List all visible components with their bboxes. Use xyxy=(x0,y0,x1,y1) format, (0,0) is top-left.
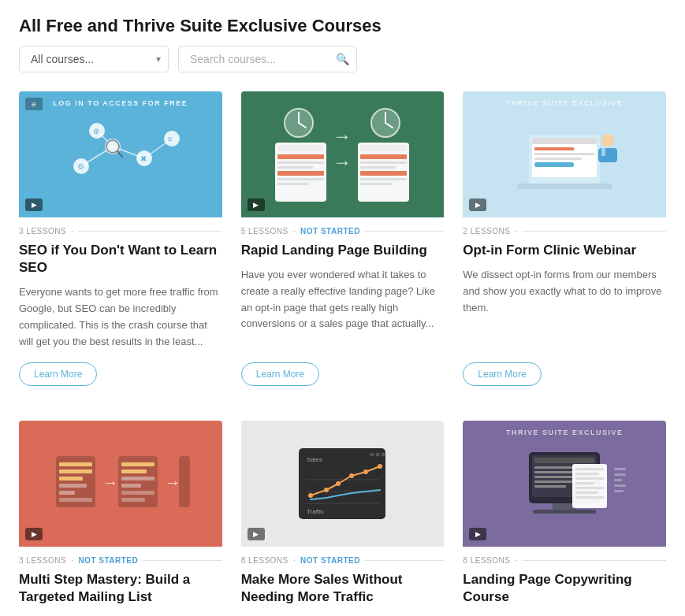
svg-rect-60 xyxy=(121,462,154,466)
svg-rect-67 xyxy=(179,456,190,507)
svg-rect-85 xyxy=(534,458,594,463)
meta-divider-multistep xyxy=(143,560,222,561)
svg-rect-30 xyxy=(277,183,309,185)
svg-rect-42 xyxy=(534,147,574,150)
thumbnail-landing: → → ▶ xyxy=(241,91,445,217)
svg-text:→: → xyxy=(102,473,118,491)
video-icon-sales: ▶ xyxy=(248,528,265,540)
top-bar: All Free and Thrive Suite Exclusive Cour… xyxy=(19,16,666,72)
svg-text:→: → xyxy=(165,473,181,491)
courses-filter-select[interactable]: All courses...FreeThrive Suite Exclusive xyxy=(19,46,169,72)
svg-rect-98 xyxy=(575,487,604,489)
svg-rect-94 xyxy=(575,468,604,470)
meta-dot-multistep: · xyxy=(71,556,73,565)
course-card-copywriting: THRIVE SUITE EXCLUSIVE xyxy=(463,421,666,616)
learn-more-button-seo[interactable]: Learn More xyxy=(19,362,97,386)
svg-line-8 xyxy=(97,131,113,147)
card-meta-multistep: 3 LESSONS · NOT STARTED xyxy=(19,556,222,565)
svg-rect-102 xyxy=(614,473,626,476)
badge-copywriting: THRIVE SUITE EXCLUSIVE xyxy=(463,429,666,436)
lessons-count-seo: 3 LESSONS xyxy=(19,227,66,236)
card-body-copywriting: 8 LESSONS · Landing Page Copywriting Cou… xyxy=(463,547,666,616)
svg-rect-62 xyxy=(121,477,154,481)
card-meta-seo: 3 LESSONS · xyxy=(19,227,222,236)
thumbnail-illustration-multistep: → → xyxy=(42,429,199,539)
svg-point-80 xyxy=(349,473,354,478)
meta-dot-seo: · xyxy=(71,227,73,236)
top-controls: All courses...FreeThrive Suite Exclusive… xyxy=(19,46,357,72)
svg-rect-96 xyxy=(575,477,604,480)
card-body-multistep: 3 LESSONS · NOT STARTED Multi Step Maste… xyxy=(19,547,222,616)
lessons-count-sales: 8 LESSONS xyxy=(241,556,289,565)
svg-rect-46 xyxy=(517,184,612,189)
card-desc-seo: Everyone wants to get more free traffic … xyxy=(19,284,222,350)
svg-rect-65 xyxy=(121,498,145,502)
meta-status-landing: NOT STARTED xyxy=(300,227,360,236)
lessons-count-optin: 2 LESSONS xyxy=(463,227,510,236)
svg-rect-41 xyxy=(532,138,597,144)
video-icon-landing: ▶ xyxy=(248,199,265,211)
svg-text:Traffic: Traffic xyxy=(307,508,324,515)
video-icon-optin: ▶ xyxy=(469,199,486,211)
learn-more-button-landing[interactable]: Learn More xyxy=(241,362,319,386)
meta-dot-landing: · xyxy=(293,227,296,236)
search-wrapper[interactable]: 🔍 xyxy=(178,46,357,72)
meta-divider-optin xyxy=(523,231,666,232)
thumbnail-illustration-seo: ⚙ ✖ ⊕ ≡ xyxy=(58,111,184,198)
card-title-landing: Rapid Landing Page Building xyxy=(241,242,445,259)
thumbnail-illustration-landing: → → xyxy=(263,99,421,210)
svg-text:≡: ≡ xyxy=(168,135,173,143)
card-meta-optin: 2 LESSONS · xyxy=(463,227,666,236)
svg-rect-53 xyxy=(59,469,92,473)
lessons-count-landing: 5 LESSONS xyxy=(241,227,289,236)
svg-rect-105 xyxy=(614,490,624,492)
svg-rect-63 xyxy=(121,484,141,488)
badge-seo: LOG IN TO ACCESS FOR FREE xyxy=(19,99,222,107)
svg-point-77 xyxy=(308,493,313,498)
card-meta-sales: 8 LESSONS · NOT STARTED xyxy=(241,556,445,565)
svg-rect-28 xyxy=(277,171,324,176)
video-icon-seo: ▶ xyxy=(25,199,43,211)
video-icon-multistep: ▶ xyxy=(25,528,43,540)
svg-rect-29 xyxy=(277,178,324,180)
card-body-sales: 8 LESSONS · NOT STARTED Make More Sales … xyxy=(241,547,445,616)
filter-select-wrapper[interactable]: All courses...FreeThrive Suite Exclusive xyxy=(19,46,169,72)
course-card-optin: THRIVE SUITE EXCLUSIVE ▶ 2 LE xyxy=(463,91,666,399)
svg-rect-36 xyxy=(360,171,407,176)
svg-text:→: → xyxy=(333,125,352,147)
thumbnail-illustration-optin xyxy=(486,99,643,210)
svg-rect-61 xyxy=(121,469,147,473)
card-title-multistep: Multi Step Mastery: Build a Targeted Mai… xyxy=(19,571,222,606)
thumbnail-illustration-copywriting xyxy=(486,429,643,539)
meta-divider-seo xyxy=(78,231,222,232)
learn-more-button-optin[interactable]: Learn More xyxy=(463,362,541,386)
svg-rect-33 xyxy=(360,154,407,159)
course-card-sales: Sales Traffic ▶ 8 L xyxy=(241,421,445,616)
meta-status-multistep: NOT STARTED xyxy=(78,556,138,565)
svg-rect-50 xyxy=(601,148,605,156)
thumbnail-seo: LOG IN TO ACCESS FOR FREE ⚙ ✖ ⊕ ≡ xyxy=(19,91,222,217)
card-meta-landing: 5 LESSONS · NOT STARTED xyxy=(241,227,445,236)
card-title-sales: Make More Sales Without Needing More Tra… xyxy=(241,571,445,606)
courses-grid: LOG IN TO ACCESS FOR FREE ⚙ ✖ ⊕ ≡ xyxy=(19,91,666,616)
svg-rect-38 xyxy=(360,183,392,185)
search-input[interactable] xyxy=(178,46,357,72)
meta-dot-sales: · xyxy=(293,556,296,565)
svg-rect-88 xyxy=(534,476,574,478)
meta-dot-copywriting: · xyxy=(515,556,517,565)
card-body-seo: 3 LESSONS · SEO if You Don't Want to Lea… xyxy=(19,217,222,399)
card-body-landing: 5 LESSONS · NOT STARTED Rapid Landing Pa… xyxy=(241,217,445,399)
svg-point-79 xyxy=(336,481,341,486)
svg-rect-56 xyxy=(59,491,75,495)
svg-rect-26 xyxy=(277,161,324,164)
thumbnail-copywriting: THRIVE SUITE EXCLUSIVE xyxy=(463,421,666,547)
svg-rect-34 xyxy=(360,161,407,164)
card-meta-copywriting: 8 LESSONS · xyxy=(463,556,666,565)
course-card-seo: LOG IN TO ACCESS FOR FREE ⚙ ✖ ⊕ ≡ xyxy=(19,91,222,399)
meta-divider-sales xyxy=(365,560,444,561)
svg-rect-95 xyxy=(575,473,599,475)
svg-rect-45 xyxy=(534,162,574,167)
card-desc-landing: Have you ever wondered what it takes to … xyxy=(241,267,445,350)
svg-text:✖: ✖ xyxy=(140,154,147,163)
card-body-optin: 2 LESSONS · Opt-in Form Clinic Webinar W… xyxy=(463,217,666,399)
